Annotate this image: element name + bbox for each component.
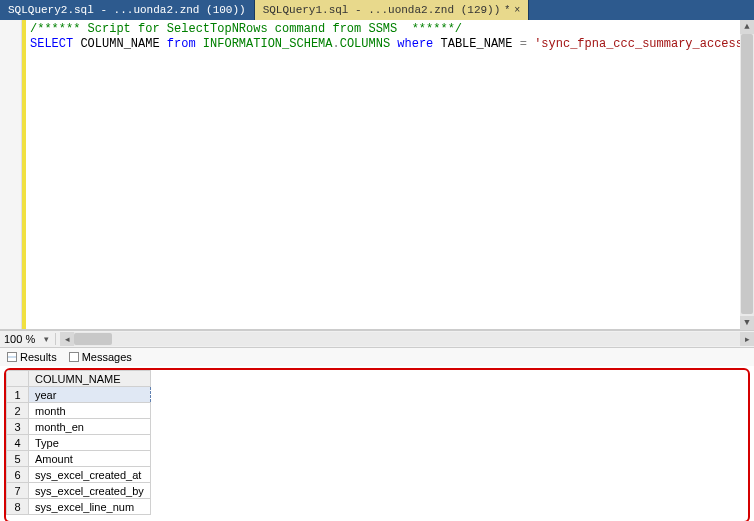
results-grid[interactable]: COLUMN_NAME 1 year 2 month 3 month_en 4 … bbox=[6, 370, 151, 515]
table-row[interactable]: 8 sys_excel_line_num bbox=[7, 499, 151, 515]
tab-label: SQLQuery1.sql - ...uonda2.znd (129)) bbox=[263, 4, 501, 16]
tab-label: Messages bbox=[82, 351, 132, 363]
separator bbox=[55, 333, 56, 345]
cell[interactable]: month bbox=[29, 403, 151, 419]
scroll-up-icon[interactable]: ▲ bbox=[740, 20, 754, 34]
row-number[interactable]: 4 bbox=[7, 435, 29, 451]
tab-query1[interactable]: SQLQuery1.sql - ...uonda2.znd (129)) * × bbox=[255, 0, 530, 20]
cell[interactable]: sys_excel_created_by bbox=[29, 483, 151, 499]
zoom-level: 100 % bbox=[0, 333, 39, 345]
scroll-left-icon[interactable]: ◂ bbox=[60, 332, 74, 346]
code-dot: . bbox=[332, 37, 339, 51]
code-table-src: COLUMNS bbox=[340, 37, 398, 51]
tab-messages[interactable]: Messages bbox=[66, 350, 135, 364]
row-number[interactable]: 3 bbox=[7, 419, 29, 435]
row-number[interactable]: 2 bbox=[7, 403, 29, 419]
tab-query2[interactable]: SQLQuery2.sql - ...uonda2.znd (100)) bbox=[0, 0, 255, 20]
scroll-thumb[interactable] bbox=[741, 34, 753, 314]
scroll-track[interactable] bbox=[740, 34, 754, 316]
document-tabs: SQLQuery2.sql - ...uonda2.znd (100)) SQL… bbox=[0, 0, 754, 20]
kw-where: where bbox=[397, 37, 433, 51]
row-number[interactable]: 6 bbox=[7, 467, 29, 483]
results-panel-tabs: Results Messages bbox=[0, 348, 754, 366]
cell[interactable]: Type bbox=[29, 435, 151, 451]
results-grid-container: COLUMN_NAME 1 year 2 month 3 month_en 4 … bbox=[4, 368, 750, 521]
header-row: COLUMN_NAME bbox=[7, 371, 151, 387]
tab-modified-indicator: * bbox=[504, 5, 510, 16]
row-number[interactable]: 1 bbox=[7, 387, 29, 403]
table-row[interactable]: 3 month_en bbox=[7, 419, 151, 435]
cell[interactable]: Amount bbox=[29, 451, 151, 467]
editor-vertical-scrollbar[interactable]: ▲ ▼ bbox=[740, 20, 754, 330]
table-row[interactable]: 1 year bbox=[7, 387, 151, 403]
code-tablename-col: TABLE_NAME bbox=[433, 37, 519, 51]
scroll-thumb[interactable] bbox=[74, 333, 112, 345]
editor-horizontal-scrollbar[interactable]: ◂ ▸ bbox=[60, 332, 754, 346]
tab-label: SQLQuery2.sql - ...uonda2.znd (100)) bbox=[8, 4, 246, 16]
zoom-dropdown-icon[interactable]: ▾ bbox=[39, 334, 53, 344]
table-row[interactable]: 4 Type bbox=[7, 435, 151, 451]
row-number[interactable]: 7 bbox=[7, 483, 29, 499]
close-icon[interactable]: × bbox=[514, 5, 520, 16]
table-row[interactable]: 2 month bbox=[7, 403, 151, 419]
row-number[interactable]: 5 bbox=[7, 451, 29, 467]
cell[interactable]: month_en bbox=[29, 419, 151, 435]
kw-select: SELECT bbox=[30, 37, 73, 51]
code-editor-pane: /****** Script for SelectTopNRows comman… bbox=[0, 20, 754, 330]
scroll-down-icon[interactable]: ▼ bbox=[740, 316, 754, 330]
messages-icon bbox=[69, 352, 79, 362]
table-row[interactable]: 7 sys_excel_created_by bbox=[7, 483, 151, 499]
table-row[interactable]: 5 Amount bbox=[7, 451, 151, 467]
code-comment: /****** Script for SelectTopNRows comman… bbox=[30, 22, 462, 36]
editor-status-strip: 100 % ▾ ◂ ▸ bbox=[0, 330, 754, 348]
column-header[interactable]: COLUMN_NAME bbox=[29, 371, 151, 387]
code-column: COLUMN_NAME bbox=[73, 37, 167, 51]
tab-results[interactable]: Results bbox=[4, 350, 60, 364]
cell[interactable]: sys_excel_created_at bbox=[29, 467, 151, 483]
scroll-right-icon[interactable]: ▸ bbox=[740, 332, 754, 346]
kw-from: from bbox=[167, 37, 196, 51]
cell[interactable]: year bbox=[29, 387, 151, 403]
code-eq: = bbox=[520, 37, 527, 51]
tab-label: Results bbox=[20, 351, 57, 363]
sql-editor[interactable]: /****** Script for SelectTopNRows comman… bbox=[26, 20, 754, 329]
code-string-literal: 'sync_fpna_ccc_summary_access_monthly' bbox=[527, 37, 754, 51]
row-number[interactable]: 8 bbox=[7, 499, 29, 515]
table-row[interactable]: 6 sys_excel_created_at bbox=[7, 467, 151, 483]
editor-gutter bbox=[0, 20, 22, 329]
code-schema: INFORMATION_SCHEMA bbox=[196, 37, 333, 51]
grid-corner[interactable] bbox=[7, 371, 29, 387]
cell[interactable]: sys_excel_line_num bbox=[29, 499, 151, 515]
grid-icon bbox=[7, 352, 17, 362]
